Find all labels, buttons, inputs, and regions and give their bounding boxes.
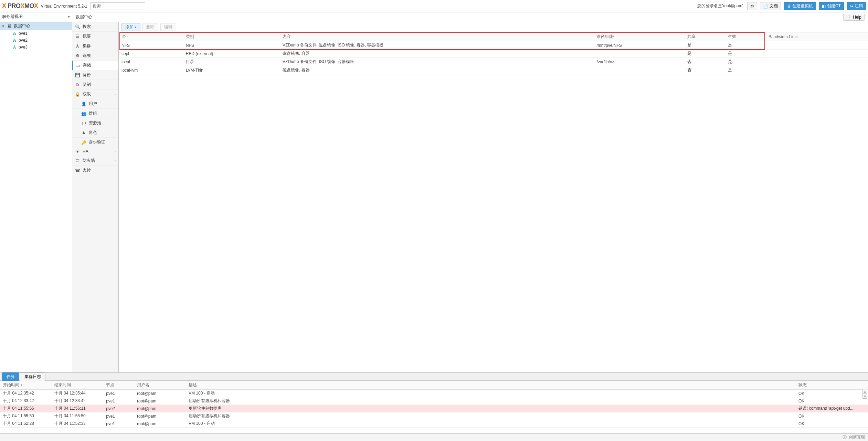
edit-button[interactable]: 编辑 xyxy=(160,23,176,31)
nav-label: 角色 xyxy=(89,130,97,136)
nav-选项[interactable]: ⚙选项 xyxy=(72,51,118,61)
log-col-header[interactable]: 状态 xyxy=(796,381,868,390)
gear-button[interactable]: ⚙ xyxy=(747,2,757,10)
create-vm-button[interactable]: 🖥创建虚拟机 xyxy=(784,2,816,10)
main-area: 服务器视图 ▾ ▾ 🏛 数据中心 🖧pve1🖧pve2🖧pve3 数据中心 ❔H… xyxy=(0,12,868,372)
cell-enabled: 是 xyxy=(725,41,766,50)
nav-label: 备份 xyxy=(83,72,91,78)
log-cell-status: 错误: command 'apt-get upd... xyxy=(796,405,868,412)
log-row[interactable]: 十月 04 12:33:42十月 04 12:33:42pve1root@pam… xyxy=(0,397,868,405)
log-cell-start: 十月 04 12:35:42 xyxy=(0,390,52,397)
nav-资源池[interactable]: 🏷资源池 xyxy=(72,118,118,128)
help-label: Help xyxy=(853,15,861,20)
nav-HA[interactable]: ♥HA› xyxy=(72,147,118,156)
nav-防火墙[interactable]: 🛡防火墙› xyxy=(72,156,118,166)
nav-复制[interactable]: ⧉复制 xyxy=(72,80,118,90)
create-ct-button[interactable]: ◧创建CT xyxy=(819,2,844,10)
nav-label: 身份验证 xyxy=(89,139,105,145)
help-button[interactable]: ❔Help xyxy=(843,14,865,21)
global-search-input[interactable] xyxy=(90,2,145,10)
cluster-icon: 🖧 xyxy=(75,44,80,49)
col-header[interactable]: 共享 xyxy=(685,32,725,41)
col-header[interactable]: 路径/目标 xyxy=(594,32,685,41)
tree-node-pve2[interactable]: 🖧pve2 xyxy=(0,37,72,44)
storage-row[interactable]: local目录VZDump 备份文件, ISO 镜像, 容器模板/var/lib… xyxy=(119,58,868,66)
nav-支持[interactable]: ☎支持 xyxy=(72,166,118,175)
node-label: pve3 xyxy=(19,45,28,50)
col-header[interactable]: Bandwidth Limit xyxy=(766,32,868,41)
signout-icon: ↪ xyxy=(850,4,853,9)
nav-用户[interactable]: 👤用户 xyxy=(72,99,118,109)
nav-集群[interactable]: 🖧集群 xyxy=(72,41,118,51)
top-header: X PROXMOX Virtual Environment 5.2-1 您的登录… xyxy=(0,0,868,12)
log-row[interactable]: 十月 04 12:35:42十月 04 12:35:44pve1root@pam… xyxy=(0,390,868,397)
cell-type: LVM-Thin xyxy=(183,66,280,74)
nav-label: 群组 xyxy=(89,111,97,116)
col-header[interactable]: ID ↑ xyxy=(119,32,183,41)
log-row[interactable]: 十月 04 11:55:50十月 04 11:55:50pve1root@pam… xyxy=(0,412,868,420)
search-icon: 🔍 xyxy=(75,24,80,29)
log-col-header[interactable]: 节点 xyxy=(103,381,134,390)
log-scroll-buttons: ▴ ▾ xyxy=(862,389,867,399)
tree-node-pve1[interactable]: 🖧pve1 xyxy=(0,30,72,37)
cell-id: local xyxy=(119,58,183,66)
nav-label: 权限 xyxy=(83,91,91,97)
log-col-header[interactable]: 用户名 xyxy=(134,381,186,390)
logout-label: 注销 xyxy=(855,3,863,9)
nav-label: 存储 xyxy=(83,62,91,68)
scroll-up-button[interactable]: ▴ xyxy=(862,389,867,394)
tab-cluster-log[interactable]: 集群日志 xyxy=(20,372,45,381)
scroll-down-button[interactable]: ▾ xyxy=(862,394,867,399)
cell-path: /var/lib/vz xyxy=(594,58,685,66)
chevron-right-icon: › xyxy=(115,159,116,162)
tab-tasks[interactable]: 任务 xyxy=(2,372,19,381)
nav-概要[interactable]: ☰概要 xyxy=(72,32,118,41)
nav-角色[interactable]: ♟角色 xyxy=(72,128,118,138)
log-cell-node: pve1 xyxy=(103,412,134,420)
nav-label: 搜索 xyxy=(83,24,91,30)
create-ct-label: 创建CT xyxy=(827,3,841,9)
nav-label: 支持 xyxy=(83,167,91,173)
log-col-header[interactable]: 结束时间 xyxy=(52,381,103,390)
tree-node-pve3[interactable]: 🖧pve3 xyxy=(0,44,72,51)
logout-button[interactable]: ↪注销 xyxy=(847,2,866,10)
nav-群组[interactable]: 👥群组 xyxy=(72,109,118,118)
nav-身份验证[interactable]: 🔑身份验证 xyxy=(72,138,118,147)
doc-label: 文档 xyxy=(770,3,778,9)
log-cell-user: root@pam xyxy=(134,420,186,428)
log-grid: 开始时间 ↓结束时间节点用户名描述状态 十月 04 12:35:42十月 04 … xyxy=(0,381,868,428)
col-header[interactable]: 内容 xyxy=(280,32,594,41)
doc-button[interactable]: 📄文档 xyxy=(760,2,781,10)
storage-row[interactable]: NFSNFSVZDump 备份文件, 磁盘镜像, ISO 镜像, 容器, 容器模… xyxy=(119,41,868,50)
version-label: Virtual Environment 5.2-1 xyxy=(41,4,87,9)
server-icon: 🖧 xyxy=(12,38,17,43)
log-row[interactable]: 十月 04 11:52:28十月 04 11:52:33pve1root@pam… xyxy=(0,420,868,428)
nav-权限[interactable]: 🔓权限› xyxy=(72,90,118,99)
col-header[interactable]: 生效 xyxy=(725,32,766,41)
log-col-header[interactable]: 开始时间 ↓ xyxy=(0,381,52,390)
remove-button[interactable]: 删除 xyxy=(142,23,158,31)
log-row[interactable]: 十月 04 11:55:56十月 04 11:56:11pve2root@pam… xyxy=(0,405,868,412)
storage-row[interactable]: cephRBD (external)磁盘镜像, 容器是是 xyxy=(119,50,868,58)
user-icon: 👤 xyxy=(81,102,86,106)
add-button[interactable]: 添加▾ xyxy=(121,23,140,31)
log-cell-desc: 启动所有虚拟机和容器 xyxy=(186,412,796,420)
breadcrumb-bar: 数据中心 ❔Help xyxy=(72,12,868,22)
col-header[interactable]: 类别 xyxy=(183,32,280,41)
log-cell-node: pve2 xyxy=(103,405,134,412)
cell-shared: 否 xyxy=(685,58,725,66)
log-cell-start: 十月 04 11:52:28 xyxy=(0,420,52,428)
log-cell-desc: 更新软件包数据库 xyxy=(186,405,796,412)
nav-备份[interactable]: 💾备份 xyxy=(72,70,118,80)
log-cell-end: 十月 04 11:55:50 xyxy=(52,412,103,420)
nav-存储[interactable]: 🖴存储 xyxy=(72,61,118,70)
node-label: pve1 xyxy=(19,31,28,36)
cell-id: ceph xyxy=(119,50,183,58)
cell-bwlimit xyxy=(766,58,868,66)
log-col-header[interactable]: 描述 xyxy=(186,381,796,390)
nav-搜索[interactable]: 🔍搜索 xyxy=(72,22,118,32)
storage-row[interactable]: local-lvmLVM-Thin磁盘镜像, 容器否是 xyxy=(119,66,868,74)
tree-datacenter[interactable]: ▾ 🏛 数据中心 xyxy=(0,22,72,30)
nav-label: 资源池 xyxy=(89,120,101,126)
view-selector[interactable]: 服务器视图 ▾ xyxy=(0,12,72,21)
